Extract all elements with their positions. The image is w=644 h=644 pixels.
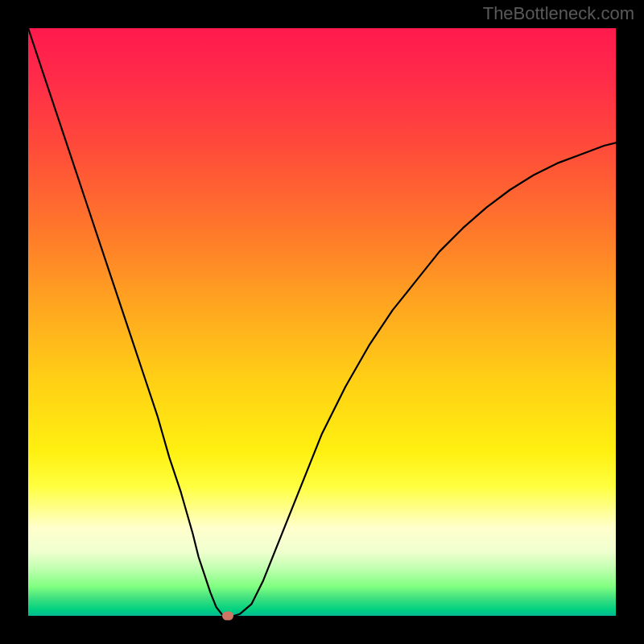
chart-container: TheBottleneck.com bbox=[0, 0, 644, 644]
watermark-text: TheBottleneck.com bbox=[483, 5, 634, 23]
optimal-point-marker bbox=[222, 612, 233, 621]
plot-gradient-background bbox=[28, 28, 616, 616]
